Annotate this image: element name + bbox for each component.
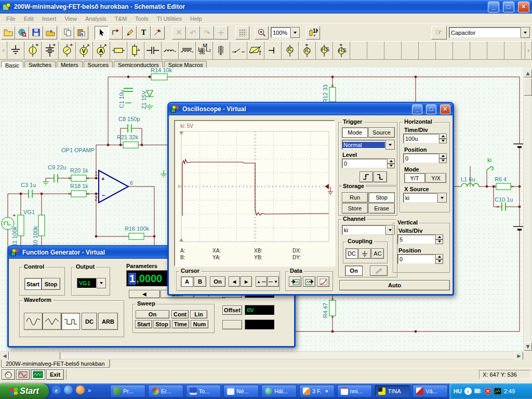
palette-ic[interactable]: IC bbox=[282, 42, 299, 59]
rising-edge-button[interactable] bbox=[360, 171, 373, 182]
trigger-source-button[interactable]: Source bbox=[368, 127, 395, 138]
sine-wave-button[interactable] bbox=[24, 313, 43, 330]
v-position-spinner[interactable] bbox=[435, 254, 443, 264]
scope-minimize-button[interactable]: _ bbox=[412, 104, 422, 114]
delete-button[interactable]: ✕ bbox=[172, 26, 186, 39]
vscroll-thumb[interactable] bbox=[524, 78, 532, 96]
quicklaunch-app-icon[interactable] bbox=[76, 385, 85, 394]
cursor-b-button[interactable]: B bbox=[194, 276, 206, 287]
palette-hs[interactable]: HS bbox=[316, 42, 333, 59]
x-source-dropdown-icon[interactable] bbox=[437, 193, 447, 203]
menu-view[interactable]: View bbox=[60, 15, 81, 23]
palette-resistor[interactable] bbox=[110, 42, 127, 59]
quicklaunch-overflow-chevron[interactable]: » bbox=[88, 387, 91, 393]
scroll-down-button[interactable]: ▼ bbox=[524, 342, 532, 351]
palette-right-chevron[interactable]: › bbox=[525, 42, 532, 59]
yt-mode-button[interactable]: Y/T bbox=[404, 173, 425, 183]
tray-back-icon[interactable]: ‹ bbox=[464, 388, 472, 395]
scroll-up-button[interactable]: ▲ bbox=[524, 69, 532, 77]
scope-maximize-button[interactable]: □ bbox=[426, 104, 436, 114]
square-wave-button[interactable] bbox=[61, 313, 80, 330]
search-button[interactable] bbox=[15, 26, 29, 39]
triangle-wave-button[interactable] bbox=[43, 313, 61, 330]
text-tool[interactable]: T bbox=[137, 26, 151, 39]
trigger-mode-dropdown-icon[interactable] bbox=[385, 140, 395, 150]
redo-button[interactable]: ↷ bbox=[200, 26, 214, 39]
scroll-left-button[interactable]: ◀ bbox=[1, 352, 9, 360]
sweep-lin-button[interactable]: Lin bbox=[190, 310, 207, 318]
menu-help[interactable]: Help bbox=[186, 15, 206, 23]
channel-on-button[interactable]: On bbox=[345, 265, 363, 276]
level-spinner[interactable] bbox=[387, 158, 395, 168]
palette-left-chevron[interactable]: ‹ bbox=[0, 42, 7, 59]
cursor-a-button[interactable]: A bbox=[181, 276, 193, 287]
h-position-spinner[interactable] bbox=[439, 153, 447, 163]
select-tool[interactable] bbox=[95, 26, 109, 39]
menu-tm[interactable]: T&M bbox=[111, 15, 131, 23]
sweep-start-button[interactable]: Start bbox=[135, 320, 152, 328]
task-3f[interactable]: 3 F.▼ bbox=[299, 385, 335, 397]
menu-edit[interactable]: Edit bbox=[20, 15, 38, 23]
sweep-cont-button[interactable]: Cont bbox=[171, 310, 189, 318]
quicklaunch-internet-icon[interactable] bbox=[64, 385, 73, 394]
export-button[interactable] bbox=[43, 26, 57, 39]
coupling-ac-button[interactable]: AC bbox=[371, 248, 384, 259]
coupling-dc-button[interactable]: DC bbox=[345, 248, 358, 259]
fg-start-button[interactable]: Start bbox=[24, 278, 42, 290]
component-search-combo[interactable]: Capacitor bbox=[449, 27, 530, 38]
sheet-tab[interactable]: 200W-minimalveg-FET-belső hurokban bbox=[1, 360, 110, 368]
output-combo[interactable]: VG1 bbox=[77, 278, 106, 288]
palette-capacitor[interactable] bbox=[144, 42, 162, 59]
start-button[interactable]: Start bbox=[0, 383, 49, 399]
scope-titlebar[interactable]: Oscilloscope - Virtual _ □ × bbox=[168, 103, 453, 115]
volts-div-spinbox[interactable]: 5 bbox=[397, 234, 443, 244]
menu-analysis[interactable]: Analysis bbox=[81, 15, 111, 23]
open-button[interactable] bbox=[1, 26, 15, 39]
cursor-up-button[interactable]: ▲ bbox=[256, 276, 267, 287]
v-position-spinbox[interactable]: 0 bbox=[397, 254, 443, 264]
trigger-mode-combo[interactable]: Normal bbox=[342, 140, 395, 150]
h-position-spinbox[interactable]: 0 bbox=[403, 153, 447, 163]
cursor-down-button[interactable]: ▼ bbox=[268, 276, 279, 287]
palette-switch[interactable] bbox=[230, 42, 247, 59]
cursor-right-button[interactable]: ▶ bbox=[241, 276, 252, 287]
yx-mode-button[interactable]: Y/X bbox=[425, 173, 446, 183]
tray-monitor-icon[interactable] bbox=[494, 388, 501, 395]
palette-potentiometer[interactable] bbox=[127, 42, 144, 59]
falling-edge-button[interactable] bbox=[374, 171, 387, 182]
main-titlebar[interactable]: 200W-minimalveg-FET-belső hurokban - Sch… bbox=[0, 0, 532, 14]
zoom-dropdown-icon[interactable] bbox=[290, 27, 300, 38]
palette-controlled-source[interactable]: T bbox=[247, 42, 264, 59]
pencil-tool[interactable] bbox=[123, 26, 137, 39]
palette-coupled-inductors[interactable]: ML₁L₂ bbox=[196, 42, 213, 59]
copy-button[interactable] bbox=[60, 26, 74, 39]
default-values-button[interactable]: 1K bbox=[306, 26, 320, 39]
palette-ic-plus[interactable]: +IC bbox=[299, 42, 316, 59]
multimeter-button[interactable] bbox=[2, 369, 15, 380]
sweep-stop-button[interactable]: Stop bbox=[153, 320, 170, 328]
palette-battery[interactable]: + bbox=[42, 42, 59, 59]
menu-insert[interactable]: Insert bbox=[38, 15, 61, 23]
signal-analyzer-button[interactable] bbox=[16, 369, 30, 380]
coupling-ground-button[interactable] bbox=[358, 248, 371, 259]
canvas-vscrollbar[interactable]: ▲ ▼ bbox=[523, 69, 531, 350]
polyline-tool[interactable] bbox=[151, 26, 165, 39]
x-source-combo[interactable]: ki bbox=[403, 193, 447, 203]
language-indicator[interactable]: HU bbox=[454, 388, 462, 394]
sweep-on-button[interactable]: On bbox=[136, 310, 169, 318]
task-ne[interactable]: Né... bbox=[223, 385, 259, 397]
data-export-button[interactable] bbox=[303, 276, 315, 287]
trigger-mode-button[interactable]: Mode bbox=[342, 127, 368, 138]
palette-inductor[interactable] bbox=[162, 42, 179, 59]
canvas-hscrollbar[interactable]: ◀ ▶ bbox=[0, 351, 523, 360]
oscilloscope-button[interactable] bbox=[31, 369, 45, 380]
undo-button[interactable]: ↶ bbox=[186, 26, 200, 39]
auto-button[interactable]: Auto bbox=[339, 280, 450, 290]
opamp-symbol[interactable]: + − bbox=[99, 170, 128, 203]
point-button[interactable]: + bbox=[214, 26, 228, 39]
data-import-button[interactable] bbox=[289, 276, 301, 287]
offset-button[interactable]: Offset bbox=[222, 305, 242, 315]
palette-core-inductor[interactable] bbox=[179, 42, 196, 59]
sweep-num-button[interactable]: Num bbox=[191, 320, 208, 328]
time-div-spinbox[interactable]: 100u bbox=[403, 134, 447, 143]
